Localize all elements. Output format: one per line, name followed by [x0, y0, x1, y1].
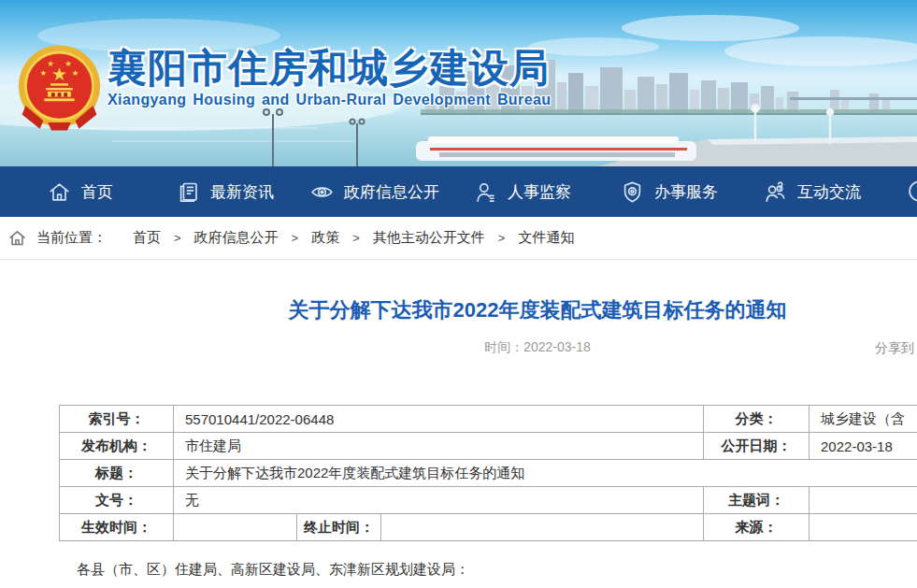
- meta-table-row: 标题：关于分解下达我市2022年度装配式建筑目标任务的通知: [60, 460, 917, 487]
- nav-item-eye[interactable]: 政府信息公开: [309, 166, 439, 217]
- svg-text:★: ★: [40, 68, 48, 78]
- breadcrumb-link[interactable]: 首页: [133, 229, 161, 247]
- meta-table-label-cell: 标题：: [60, 460, 174, 487]
- breadcrumb-home-icon: [7, 228, 27, 248]
- meta-table-label-cell: 生效时间：: [60, 514, 174, 541]
- meta-table-label-cell: 终止时间：: [297, 514, 381, 541]
- breadcrumb-link[interactable]: 文件通知: [518, 229, 574, 247]
- nav-item-label: 互动交流: [797, 181, 861, 203]
- meta-table-label-cell: 公开日期：: [704, 433, 810, 460]
- eye-icon: [309, 179, 335, 205]
- nav-item-label: 首页: [81, 181, 113, 203]
- breadcrumb-location-label: 当前位置：: [36, 229, 107, 247]
- meta-table-value-cell: 557010441/2022-06448: [174, 406, 704, 433]
- news-icon: [176, 179, 201, 205]
- breadcrumb-link[interactable]: 政府信息公开: [194, 229, 279, 247]
- svg-text:★: ★: [47, 59, 54, 68]
- meta-table: 索引号：557010441/2022-06448分类：城乡建设（含发布机构：市住…: [59, 405, 917, 541]
- nav-item-label: 最新资讯: [210, 181, 274, 203]
- breadcrumb-separator: >: [292, 231, 299, 245]
- meta-table-value-cell: [381, 514, 704, 541]
- nav-item-shield[interactable]: 办事服务: [620, 166, 718, 217]
- breadcrumb: 当前位置： 首页>政府信息公开>政策>其他主动公开文件>文件通知: [0, 217, 917, 260]
- meta-table-value-cell: [810, 487, 917, 514]
- meta-table-label-cell: 主题词：: [704, 487, 810, 514]
- article-page: 关于分解下达我市2022年度装配式建筑目标任务的通知 时间：2022-03-18…: [0, 295, 917, 579]
- breadcrumb-separator: >: [352, 231, 360, 245]
- meta-table-value-cell: 关于分解下达我市2022年度装配式建筑目标任务的通知: [174, 460, 917, 487]
- meta-table-value-cell: 2022-03-18: [810, 433, 917, 460]
- site-subtitle: Xiangyang Housing and Urban-Rural Develo…: [107, 92, 551, 108]
- meta-table-value-cell: 市住建局: [174, 433, 704, 460]
- nav-item-label: 人事监察: [508, 181, 571, 203]
- breadcrumb-link[interactable]: 其他主动公开文件: [373, 229, 485, 247]
- main-nav: 首页最新资讯政府信息公开人事监察办事服务互动交流: [0, 166, 917, 217]
- nav-item-label: 办事服务: [654, 181, 718, 203]
- article-date-value: 2022-03-18: [523, 339, 591, 354]
- breadcrumb-separator: >: [174, 231, 181, 245]
- article-title: 关于分解下达我市2022年度装配式建筑目标任务的通知: [0, 295, 917, 325]
- meta-table-label-cell: 索引号：: [60, 406, 174, 433]
- nav-item-people[interactable]: 互动交流: [763, 166, 861, 217]
- article-date-label: 时间：: [484, 339, 523, 354]
- nav-item-news[interactable]: 最新资讯: [176, 166, 274, 217]
- article-body-first-line: 各县（市、区）住建局、高新区建设局、东津新区规划建设局：: [77, 561, 917, 579]
- share-button[interactable]: 分享到: [875, 340, 914, 357]
- meta-table-row: 索引号：557010441/2022-06448分类：城乡建设（含: [60, 406, 917, 433]
- svg-text:★: ★: [64, 59, 72, 68]
- meta-table-value-cell: 城乡建设（含: [810, 406, 917, 433]
- nav-overflow-icon[interactable]: [900, 179, 917, 204]
- breadcrumb-link[interactable]: 政策: [311, 229, 339, 247]
- site-title: 襄阳市住房和城乡建设局: [107, 49, 551, 88]
- article-meta-line: 时间：2022-03-18 分享到: [0, 339, 917, 358]
- ferry-boat: [416, 136, 696, 161]
- meta-table-row: 生效时间：终止时间：来源：: [60, 514, 917, 541]
- meta-table-label-cell: 发布机构：: [60, 433, 174, 460]
- site-header: ★ ★ ★ ★ ★ 襄阳市住房和城乡建设局 Xiangyang Housing …: [0, 0, 917, 166]
- nav-item-label: 政府信息公开: [344, 181, 439, 203]
- meta-table-value-cell: [810, 514, 917, 541]
- nav-item-person[interactable]: 人事监察: [473, 166, 571, 217]
- shield-icon: [620, 179, 645, 205]
- breadcrumb-separator: >: [498, 231, 506, 245]
- site-brand: ★ ★ ★ ★ ★ 襄阳市住房和城乡建设局 Xiangyang Housing …: [15, 39, 551, 136]
- nav-item-home[interactable]: 首页: [47, 166, 113, 217]
- home-icon: [47, 179, 72, 205]
- meta-table-label-cell: 分类：: [704, 406, 810, 433]
- person-icon: [473, 179, 498, 205]
- meta-table-label-cell: 文号：: [60, 487, 174, 514]
- meta-table-row: 发布机构：市住建局公开日期：2022-03-18: [60, 433, 917, 460]
- meta-table-row: 文号：无主题词：: [60, 487, 917, 514]
- people-icon: [763, 179, 788, 205]
- svg-text:★: ★: [72, 68, 79, 78]
- article-date: 时间：2022-03-18: [484, 339, 591, 354]
- national-emblem-logo: ★ ★ ★ ★ ★: [15, 39, 104, 136]
- meta-table-label-cell: 来源：: [704, 514, 810, 541]
- meta-table-value-cell: 无: [174, 487, 704, 514]
- meta-table-value-cell: [174, 514, 297, 541]
